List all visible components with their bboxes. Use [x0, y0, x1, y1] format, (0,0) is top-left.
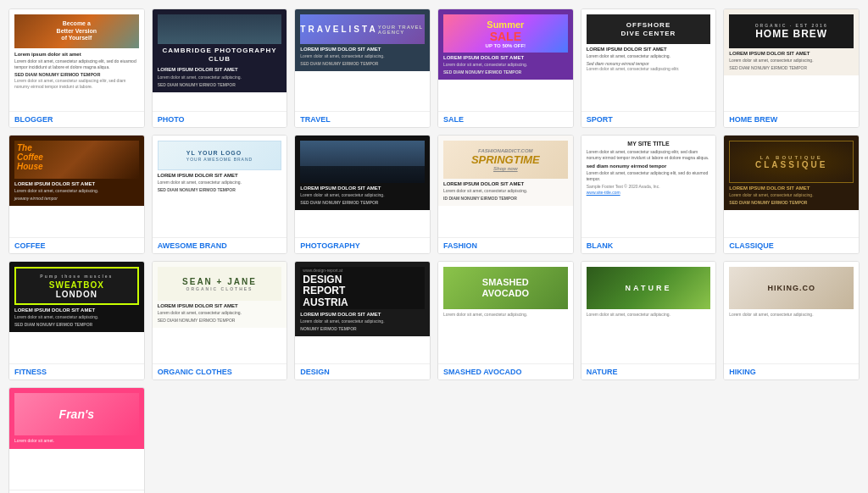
- card-homebrew[interactable]: ORGANIC · EST 2016 HOME BREW Lorem ipsum…: [723, 8, 860, 128]
- card-organicclothes[interactable]: SEAN + JANE ORGANIC CLOTHES Lorem ipsum …: [152, 261, 288, 380]
- card-fran[interactable]: Fran's Lorem dolor sit amet. FRAN: [8, 387, 145, 493]
- sale-body: Lorem dolor sit amet, consectetur adipis…: [443, 62, 568, 68]
- fitness-label: FITNESS: [9, 363, 144, 379]
- card-blogger[interactable]: Become aBetter Versionof Yourself Lorem …: [8, 8, 145, 128]
- awesomebrand-body: Lorem dolor sit amet, consectetur adipis…: [158, 180, 282, 186]
- coffee-body: Lorem dolor sit amet, consectetur adipis…: [14, 188, 139, 194]
- classique-heading: Lorem ipsum dolor sit amet: [729, 186, 854, 191]
- sport-body: Lorem dolor sit amet, consectetur adipis…: [587, 53, 711, 59]
- classique-label: CLASSIQUE: [724, 237, 859, 253]
- card-design[interactable]: www.design-report.at DESIGNREPORTAUSTRIA…: [294, 261, 431, 380]
- blogger-body: Lorem dolor sit amet, consectetur adipis…: [14, 58, 139, 70]
- homebrew-label: HOME BREW: [724, 111, 859, 127]
- card-hiking[interactable]: HIKING.CO Lorem dolor sit amet, consecte…: [723, 261, 860, 380]
- travelista-title: TRAVELISTA: [300, 25, 377, 34]
- homebrew-body: Lorem dolor sit amet, consectetur adipis…: [729, 58, 854, 64]
- hiking-label: HIKING: [724, 363, 859, 379]
- photography-body: Lorem dolor sit amet, consectetur adipis…: [300, 192, 425, 198]
- organicclothes-heading: Lorem ipsum dolor sit amet: [158, 303, 282, 308]
- sport-heading: Lorem ipsum dolor sit amet: [587, 47, 711, 52]
- awesomebrand-heading: LOREM IPSUM DOLOR SIT AMET: [158, 173, 282, 178]
- card-awesomebrand[interactable]: YL YOUR LOGOYOUR AWESOME BRAND LOREM IPS…: [152, 135, 288, 254]
- design-body: Lorem dolor sit amet, consectetur adipis…: [300, 319, 425, 324]
- cambridge-body: Lorem dolor sit amet, consectetur adipis…: [158, 75, 282, 80]
- blank-label: BLANK: [581, 237, 716, 253]
- card-nature[interactable]: NATURE Lorem dolor sit amet, consectetur…: [581, 261, 717, 380]
- design-label: DESIGN: [295, 363, 430, 379]
- card-smashedavocado[interactable]: SMASHEDAVOCADO Lorem dolor sit amet, con…: [437, 261, 574, 380]
- cambridge-heading: LOREM IPSUM DOLOR SIT AMET: [158, 67, 282, 72]
- card-fashion[interactable]: FASHIONABDICT.COM SPRINGTIME Shop now LO…: [437, 135, 574, 254]
- sport-label: SPORT: [581, 111, 716, 127]
- card-fitness[interactable]: Pump those muscles SWEATBOX LONDON LOREM…: [8, 261, 145, 380]
- card-cambridge[interactable]: CAMBRIDGE PHOTOGRAPHY CLUB LOREM IPSUM D…: [152, 8, 288, 128]
- blogger-label: BLOGGER: [9, 111, 144, 127]
- organicclothes-label: ORGANIC CLOTHES: [153, 363, 287, 379]
- sale-heading: LOREM IPSUM DOLOR SIT AMET: [443, 55, 568, 60]
- blogger-heading: Lorem ipsum dolor sit amet: [14, 52, 139, 57]
- travelista-label: TRAVEL: [295, 111, 430, 127]
- blank-title: MY SITE TITLE: [587, 141, 711, 147]
- awesomebrand-label: AWESOME BRAND: [153, 237, 287, 253]
- fitness-heading: LOREM IPSUM DOLOR SIT AMET: [14, 307, 139, 313]
- smashedavocado-label: SMASHED AVOCADO: [438, 363, 573, 379]
- travelista-heading: LOREM IPSUM DOLOR SIT AMET: [300, 47, 425, 52]
- photography-heading: Lorem ipsum dolor sit amet: [300, 186, 425, 191]
- template-grid: Become aBetter Versionof Yourself Lorem …: [8, 8, 860, 493]
- fitness-body: Lorem dolor sit amet, consectetur adipis…: [14, 314, 139, 320]
- sport-title: OFFSHOREDIVE CENTER: [621, 21, 676, 37]
- cambridge-title: CAMBRIDGE PHOTOGRAPHY CLUB: [158, 47, 282, 64]
- card-photography[interactable]: Lorem ipsum dolor sit amet Lorem dolor s…: [294, 135, 431, 254]
- fashion-label: FASHION: [438, 237, 573, 253]
- coffee-heading: Lorem ipsum dolor sit amet: [14, 181, 139, 186]
- fashion-heading: LOREM IPSUM DOLOR SIT AMET: [443, 181, 568, 186]
- card-sport[interactable]: OFFSHOREDIVE CENTER Lorem ipsum dolor si…: [581, 8, 717, 128]
- organicclothes-body: Lorem dolor sit amet, consectetur adipis…: [158, 310, 282, 316]
- classique-body: Lorem dolor sit amet, consectetur adipis…: [729, 192, 854, 198]
- nature-label: NATURE: [581, 363, 716, 379]
- sale-label: SALE: [438, 111, 573, 127]
- fran-label: FRAN: [9, 490, 144, 493]
- design-heading: Lorem ipsum dolor sit amet: [300, 312, 425, 317]
- photography-label: PHOTOGRAPHY: [295, 237, 430, 253]
- card-coffee[interactable]: TheCoffeeHouse Lorem ipsum dolor sit ame…: [8, 135, 145, 254]
- fashion-body: Lorem dolor sit amet, consectetur adipis…: [443, 188, 568, 194]
- cambridge-label: PHOTO: [153, 111, 287, 127]
- card-travelista[interactable]: TRAVELISTA YOUR TRAVEL AGENCY LOREM IPSU…: [294, 8, 431, 128]
- travelista-body: Lorem dolor sit amet, consectetur adipis…: [300, 53, 425, 59]
- homebrew-heading: Lorem ipsum dolor sit amet: [729, 51, 854, 56]
- card-sale[interactable]: Summer SALE UP TO 50% OFF! LOREM IPSUM D…: [437, 8, 574, 128]
- coffee-label: COFFEE: [9, 237, 144, 253]
- card-blank[interactable]: MY SITE TITLE Lorem dolor sit amet, cons…: [581, 135, 717, 254]
- card-classique[interactable]: LA BOUTIQUE CLASSIQUE Lorem ipsum dolor …: [723, 135, 860, 254]
